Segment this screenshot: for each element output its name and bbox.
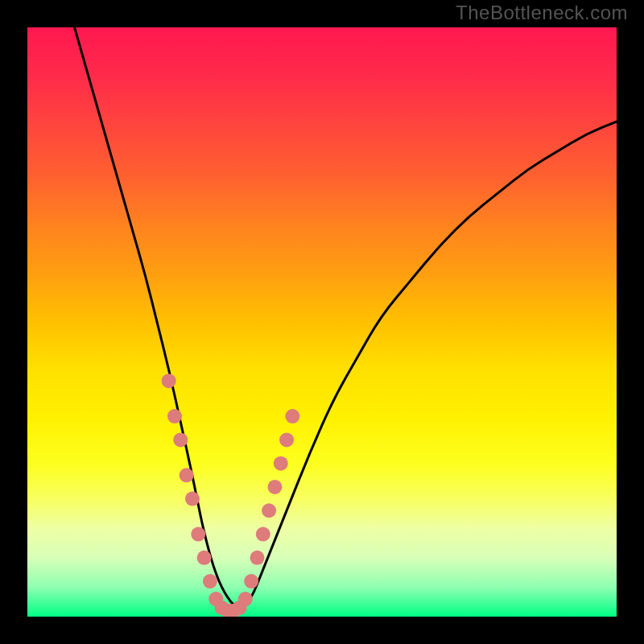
chart-container: TheBottleneck.com [0,0,644,644]
data-marker [250,551,264,565]
data-marker [262,503,276,518]
data-marker [279,432,294,447]
data-marker [203,574,217,588]
watermark-text: TheBottleneck.com [456,2,628,24]
data-marker [256,527,270,542]
data-marker [162,374,176,388]
data-marker [173,432,188,447]
data-marker [185,492,200,506]
data-marker [191,527,205,542]
plot-area [27,27,617,617]
data-marker [274,456,288,471]
data-marker [244,574,258,588]
data-marker [238,592,253,606]
bottleneck-curve [75,27,617,608]
data-marker [285,409,299,423]
data-marker [180,468,194,482]
curve-layer [27,27,617,617]
data-marker [197,551,212,565]
data-marker [167,409,182,423]
data-marker [267,480,282,494]
